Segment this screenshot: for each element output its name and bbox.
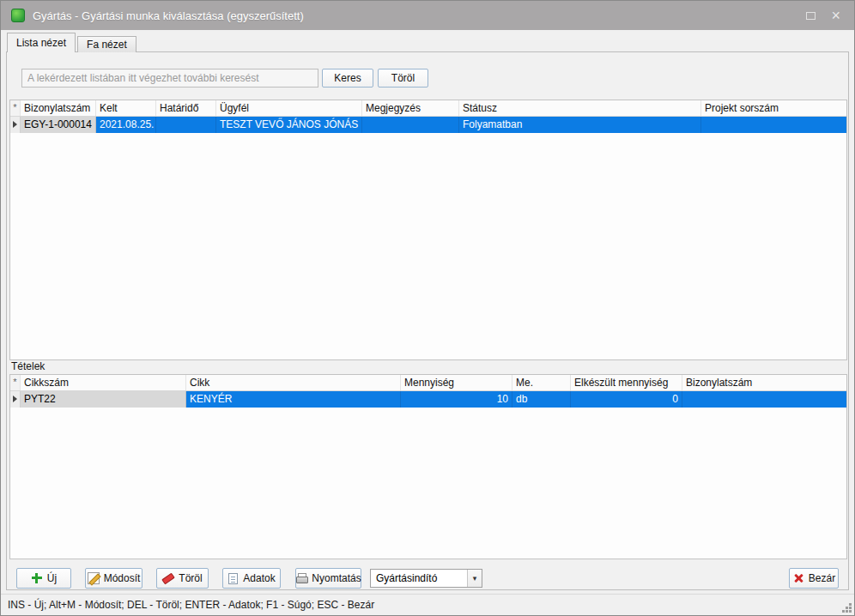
items-section-label: Tételek — [11, 360, 45, 372]
cell-bizonylatszam[interactable] — [682, 391, 846, 408]
row-indicator-header: * — [10, 375, 21, 390]
plus-icon — [31, 572, 43, 584]
tab-fa-nezet[interactable]: Fa nézet — [77, 36, 136, 52]
production-launcher-select[interactable]: Gyártásindító ▾ — [370, 569, 482, 588]
delete-button[interactable]: Töröl — [156, 568, 209, 589]
column-header-projekt-sorszam[interactable]: Projekt sorszám — [701, 100, 846, 116]
red-x-icon — [792, 572, 804, 584]
print-button-label: Nyomtatás — [312, 572, 361, 584]
orders-grid-selected-row[interactable]: EGY-1-000014 2021.08.25. TESZT VEVŐ JÁNO… — [10, 117, 846, 133]
cell-me[interactable]: db — [512, 391, 571, 408]
clear-search-button[interactable]: Töröl — [378, 69, 428, 88]
production-launcher-selected-value: Gyártásindító — [371, 572, 467, 584]
tab-strip: Lista nézet Fa nézet — [7, 33, 136, 52]
resize-grip[interactable] — [849, 610, 852, 613]
print-button[interactable]: Nyomtatás — [295, 568, 361, 589]
row-indicator-arrow-icon — [10, 391, 21, 408]
cell-kelt[interactable]: 2021.08.25. — [96, 117, 156, 133]
items-grid-header: * Cikkszám Cikk Mennyiség Me. Elkészült … — [10, 375, 846, 391]
chevron-down-icon[interactable]: ▾ — [467, 570, 482, 587]
new-button-label: Új — [47, 572, 57, 584]
column-header-elkeszult-mennyiseg[interactable]: Elkészült mennyiség — [571, 375, 682, 390]
maximize-icon[interactable] — [806, 12, 816, 20]
app-icon — [11, 9, 25, 22]
cell-megjegyzes[interactable] — [362, 117, 459, 133]
column-header-cikk[interactable]: Cikk — [186, 375, 401, 390]
cell-cikk[interactable]: KENYÉR — [186, 391, 401, 408]
clear-search-button-label: Töröl — [391, 72, 415, 84]
cell-statusz[interactable]: Folyamatban — [459, 117, 701, 133]
eraser-icon — [162, 572, 174, 584]
column-header-mennyiseg[interactable]: Mennyiség — [401, 375, 512, 390]
title-bar: Gyártás - Gyártási munka kiválasztása (e… — [1, 1, 854, 30]
tab-label: Lista nézet — [16, 37, 66, 49]
row-indicator-arrow-icon — [10, 117, 21, 133]
keyboard-hints: INS - Új; Alt+M - Módosít; DEL - Töröl; … — [8, 599, 374, 611]
column-header-statusz[interactable]: Státusz — [459, 100, 701, 116]
window-title: Gyártás - Gyártási munka kiválasztása (e… — [33, 9, 304, 22]
cell-mennyiseg[interactable]: 10 — [401, 391, 512, 408]
search-input[interactable] — [21, 69, 318, 88]
column-header-bizonylatszam[interactable]: Bizonylatszám — [682, 375, 846, 390]
column-header-hatarido[interactable]: Határidő — [156, 100, 216, 116]
modify-button[interactable]: Módosít — [85, 568, 142, 589]
items-grid: * Cikkszám Cikk Mennyiség Me. Elkészült … — [9, 374, 847, 559]
pencil-icon — [88, 572, 100, 584]
search-button[interactable]: Keres — [322, 69, 373, 88]
orders-grid: * Bizonylatszám Kelt Határidő Ügyfél Meg… — [9, 100, 847, 360]
items-grid-selected-row[interactable]: PYT22 KENYÉR 10 db 0 — [10, 391, 846, 408]
modify-button-label: Módosít — [104, 572, 141, 584]
column-header-cikkszam[interactable]: Cikkszám — [21, 375, 186, 390]
tab-label: Fa nézet — [87, 39, 127, 51]
orders-grid-header: * Bizonylatszám Kelt Határidő Ügyfél Meg… — [10, 100, 846, 117]
status-bar: INS - Új; Alt+M - Módosít; DEL - Töröl; … — [1, 594, 854, 615]
document-icon — [228, 573, 238, 584]
close-icon[interactable]: × — [831, 8, 840, 23]
column-header-me[interactable]: Me. — [512, 375, 571, 390]
tab-lista-nezet[interactable]: Lista nézet — [7, 33, 76, 52]
cell-cikkszam[interactable]: PYT22 — [21, 391, 186, 408]
row-indicator-header: * — [10, 100, 21, 116]
data-button-label: Adatok — [243, 572, 275, 584]
cell-elkeszult-mennyiseg[interactable]: 0 — [571, 391, 682, 408]
close-dialog-button[interactable]: Bezár — [789, 568, 839, 589]
column-header-bizonylatszam[interactable]: Bizonylatszám — [21, 100, 96, 116]
data-button[interactable]: Adatok — [222, 568, 281, 589]
printer-icon — [295, 572, 307, 584]
new-button[interactable]: Új — [16, 568, 71, 589]
cell-projekt-sorszam[interactable] — [701, 117, 846, 133]
column-header-megjegyzes[interactable]: Megjegyzés — [362, 100, 459, 116]
dialog-window: Gyártás - Gyártási munka kiválasztása (e… — [0, 0, 855, 616]
cell-ugyfel[interactable]: TESZT VEVŐ JÁNOS JÓNÁS — [216, 117, 362, 133]
delete-button-label: Töröl — [179, 572, 202, 584]
search-button-label: Keres — [334, 72, 361, 84]
column-header-ugyfel[interactable]: Ügyfél — [216, 100, 362, 116]
column-header-kelt[interactable]: Kelt — [96, 100, 156, 116]
cell-bizonylatszam[interactable]: EGY-1-000014 — [21, 117, 96, 133]
cell-hatarido[interactable] — [156, 117, 216, 133]
close-dialog-button-label: Bezár — [809, 572, 835, 584]
tab-page-lista-nezet: Keres Töröl * Bizonylatszám Kelt Határid… — [6, 51, 849, 590]
